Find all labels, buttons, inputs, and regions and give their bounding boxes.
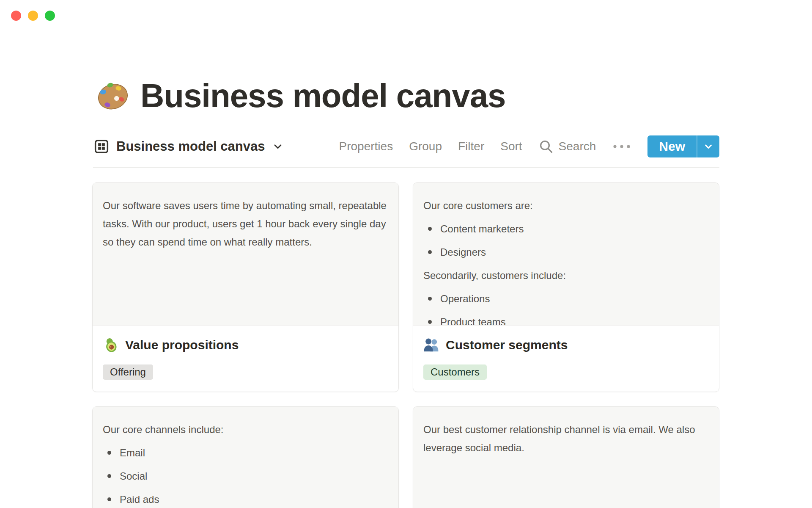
ellipsis-icon[interactable] [612,144,631,149]
card-preview: Our core channels include: Email Social … [93,407,398,508]
sort-button[interactable]: Sort [500,140,522,153]
preview-bullet-item: Product teams [423,313,710,326]
close-window-button[interactable] [11,11,21,21]
filter-button[interactable]: Filter [458,140,484,153]
group-button[interactable]: Group [409,140,442,153]
view-selector[interactable]: Business model canvas [93,138,283,155]
tag-customers: Customers [423,364,487,380]
window-controls [11,11,55,21]
people-emoji [423,337,439,353]
view-name: Business model canvas [116,139,265,154]
toolbar-actions: Properties Group Filter Sort Search New [339,135,719,157]
card-value-propositions[interactable]: Our software saves users time by automat… [92,182,399,392]
new-record-split-button: New [647,135,719,157]
new-button[interactable]: New [647,135,697,157]
app-window: Business model canvas Business model can… [0,0,812,508]
search-button[interactable]: Search [538,139,596,154]
page-title[interactable]: Business model canvas [140,77,505,115]
card-customer-relationships[interactable]: Our best customer relationship channel i… [413,406,719,508]
minimize-window-button[interactable] [28,11,38,21]
properties-button[interactable]: Properties [339,140,393,153]
search-label: Search [559,140,596,153]
gallery-view: Our software saves users time by automat… [92,182,719,508]
preview-bullet-item: Email [103,444,389,462]
preview-paragraph: Our core channels include: [103,420,389,439]
new-button-dropdown[interactable] [697,135,719,157]
tag-offering: Offering [103,364,153,380]
preview-paragraph: Our software saves users time by automat… [103,196,389,251]
preview-bullet-item: Designers [423,243,710,261]
zoom-window-button[interactable] [45,11,55,21]
chevron-down-icon [703,141,713,152]
preview-paragraph: Our best customer relationship channel i… [423,420,710,457]
toolbar-divider [93,167,719,168]
card-footer: Value propositions Offering [93,326,398,380]
card-preview: Our best customer relationship channel i… [413,407,719,508]
avocado-emoji [103,337,119,353]
card-title: Customer segments [446,338,568,352]
palette-emoji[interactable] [96,79,129,112]
gallery-grid-icon [93,138,110,155]
card-customer-segments[interactable]: Our core customers are: Content marketer… [413,182,719,392]
page-header: Business model canvas [96,77,505,114]
card-channels[interactable]: Our core channels include: Email Social … [92,406,399,508]
preview-paragraph: Our core customers are: [423,196,710,215]
card-title: Value propositions [125,338,239,352]
preview-bullet-item: Content marketers [423,220,710,238]
card-footer: Customer segments Customers [413,326,719,380]
search-icon [538,139,554,154]
card-preview: Our core customers are: Content marketer… [413,183,719,326]
database-toolbar: Business model canvas Properties Group F… [93,135,719,157]
chevron-down-icon [272,141,283,152]
preview-bullet-item: Social [103,467,389,485]
card-preview: Our software saves users time by automat… [93,183,398,326]
preview-paragraph: Secondarily, customers include: [423,266,710,284]
preview-bullet-item: Operations [423,290,710,308]
preview-bullet-item: Paid ads [103,490,389,508]
